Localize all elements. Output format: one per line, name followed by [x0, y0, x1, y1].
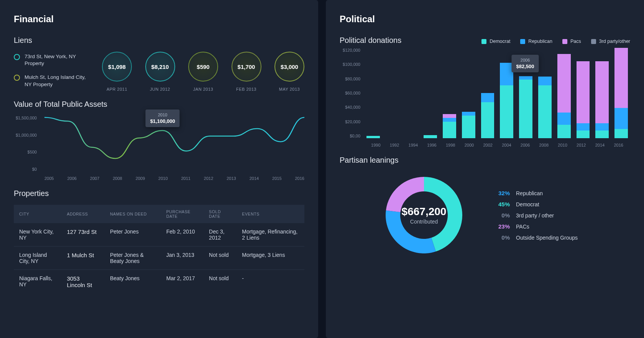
bar-segment — [443, 118, 456, 122]
properties-table: CITYADDRESSNAMES ON DEEDPURCHASE DATESOL… — [14, 205, 304, 294]
lien-property-item[interactable]: Mulch St, Long Island City, NY Property — [14, 74, 90, 88]
lien-circles: $1,098APR 2011$8,210JUN 2012$590JAN 2013… — [102, 52, 304, 91]
x-tick: 2004 — [497, 143, 516, 147]
lien-amount-circle: $1,700 — [232, 52, 261, 82]
bar[interactable] — [443, 48, 456, 138]
bar-segment — [614, 48, 628, 108]
bar-segment — [577, 61, 590, 123]
bar-segment — [557, 54, 571, 113]
tooltip-year: 2010 — [150, 113, 175, 117]
x-tick: 2016 — [609, 143, 628, 147]
lien-amount-circle: $1,098 — [102, 52, 132, 82]
assets-chart[interactable]: $1,500,000$1,000,000$500$0 2010 $1,100,0… — [14, 116, 304, 181]
bar-segment — [538, 77, 552, 86]
table-row[interactable]: Niagara Falls, NY3053 Lincoln StBeaty Jo… — [14, 270, 304, 294]
x-tick: 2012 — [204, 176, 213, 181]
assets-y-axis: $1,500,000$1,000,000$500$0 — [14, 116, 41, 171]
bar[interactable] — [386, 48, 399, 138]
breakdown-label: Republican — [516, 190, 543, 196]
lien-amount-item[interactable]: $1,098APR 2011 — [102, 52, 132, 91]
table-cell: Beaty Jones — [105, 270, 161, 294]
lien-amount-circle: $590 — [188, 52, 218, 82]
bar-segment — [443, 114, 456, 118]
y-tick: $0 — [14, 167, 41, 171]
partisan-breakdown: 32%Republican45%Democrat0%3rd party / ot… — [493, 190, 578, 241]
breakdown-row: 45%Democrat — [493, 201, 578, 207]
bar[interactable] — [538, 48, 552, 138]
x-tick: 1998 — [441, 143, 460, 147]
breakdown-percent: 45% — [493, 201, 510, 207]
donations-plot-area: 2006 $82,500 — [366, 48, 628, 138]
assets-plot-area: 2010 $1,100,000 — [44, 116, 304, 171]
x-tick: 2009 — [136, 176, 145, 181]
legend-label: 3rd party/other — [599, 39, 630, 44]
table-row[interactable]: New York City, NY127 73rd StPeter JonesF… — [14, 223, 304, 247]
tooltip-value: $1,100,000 — [150, 118, 175, 124]
table-cell: Jan 3, 2013 — [161, 247, 204, 270]
column-header[interactable]: EVENTS — [237, 205, 304, 223]
breakdown-percent: 32% — [493, 190, 510, 196]
x-tick: 1990 — [366, 143, 385, 147]
bar[interactable] — [595, 48, 609, 138]
bar[interactable] — [462, 48, 475, 138]
breakdown-label: PACs — [516, 224, 529, 230]
breakdown-percent: 0% — [493, 234, 510, 241]
table-cell: Not sold — [204, 247, 237, 270]
bar[interactable] — [424, 48, 437, 138]
radio-icon[interactable] — [14, 75, 20, 81]
lien-amount-item[interactable]: $3,000MAY 2013 — [274, 52, 304, 91]
bar-segment — [595, 123, 609, 131]
column-header[interactable]: NAMES ON DEED — [105, 205, 161, 223]
legend-label: Pacs — [570, 39, 581, 44]
bar-segment — [462, 116, 475, 138]
legend-item[interactable]: Pacs — [562, 39, 581, 44]
column-header[interactable]: CITY — [14, 205, 61, 223]
table-cell: Mortgage, Refinancing, 2 Liens — [237, 223, 304, 247]
legend-item[interactable]: Democrat — [481, 39, 510, 44]
lien-amount-item[interactable]: $1,700FEB 2013 — [232, 52, 261, 91]
breakdown-row: 23%PACs — [493, 223, 578, 230]
y-tick: $500 — [14, 150, 41, 154]
bar-segment — [366, 136, 380, 138]
donations-chart[interactable]: $120,000$100,000$80,000$60,000$40,000$20… — [340, 48, 630, 147]
x-tick: 2010 — [553, 143, 572, 147]
y-tick: $0,00 — [340, 134, 363, 138]
legend-label: Republican — [528, 39, 552, 44]
column-header[interactable]: SOLD DATE — [204, 205, 237, 223]
legend-item[interactable]: Republican — [520, 39, 552, 44]
x-tick: 2002 — [478, 143, 497, 147]
breakdown-row: 0%3rd party / other — [493, 212, 578, 219]
x-tick: 1992 — [385, 143, 404, 147]
column-header[interactable]: ADDRESS — [61, 205, 105, 223]
assets-tooltip: 2010 $1,100,000 — [146, 109, 180, 127]
bar[interactable] — [481, 48, 495, 138]
bar-segment — [519, 76, 532, 80]
bar[interactable] — [614, 48, 628, 138]
bar[interactable] — [577, 48, 590, 138]
bar[interactable] — [405, 48, 418, 138]
table-cell: 1 Mulch St — [61, 247, 105, 270]
bar[interactable] — [557, 48, 571, 138]
bar-segment — [481, 102, 495, 138]
table-row[interactable]: Long Island City, NY1 Mulch StPeter Jone… — [14, 247, 304, 270]
breakdown-label: Outside Spending Groups — [516, 235, 578, 241]
table-cell: Mortgage, 3 Liens — [237, 247, 304, 270]
legend-item[interactable]: 3rd party/other — [591, 39, 630, 44]
bar[interactable] — [366, 48, 380, 138]
lien-date: APR 2011 — [107, 87, 127, 91]
lien-amount-item[interactable]: $8,210JUN 2012 — [145, 52, 175, 91]
y-tick: $1,500,000 — [14, 116, 41, 120]
lien-amount-item[interactable]: $590JAN 2013 — [188, 52, 218, 91]
column-header[interactable]: PURCHASE DATE — [161, 205, 204, 223]
partisan-donut[interactable]: $667,200 Contributed — [382, 173, 466, 257]
bar-segment — [557, 125, 571, 138]
x-tick: 1996 — [422, 143, 441, 147]
table-cell: Dec 3, 2012 — [204, 223, 237, 247]
lien-property-item[interactable]: 73rd St, New York, NY Property — [14, 53, 90, 67]
lien-amount-circle: $3,000 — [274, 52, 304, 82]
radio-icon[interactable] — [14, 54, 20, 60]
table-cell: 3053 Lincoln St — [61, 270, 105, 294]
donations-tooltip: 2006 $82,500 — [512, 55, 539, 72]
partisan-section: $667,200 Contributed 32%Republican45%Dem… — [340, 173, 630, 257]
y-tick: $60,000 — [340, 91, 363, 95]
